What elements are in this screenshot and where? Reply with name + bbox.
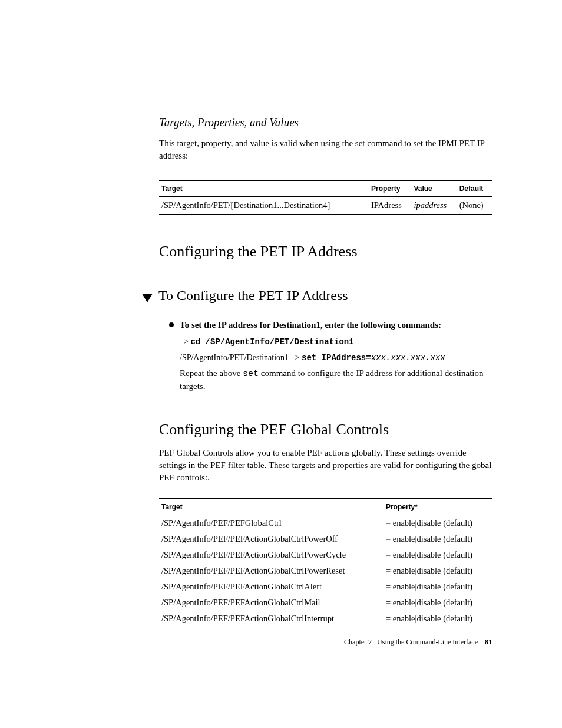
note-text: Repeat the above set command to configur… bbox=[180, 367, 492, 393]
table1-header-target: Target bbox=[159, 180, 369, 197]
target-property-value-table: Target Property Value Default /SP/AgentI… bbox=[159, 180, 492, 215]
heading-configuring-pet-ip: Configuring the PET IP Address bbox=[159, 243, 492, 261]
footer-title: Using the Command-Line Interface bbox=[377, 638, 478, 646]
table2-header-target: Target bbox=[159, 499, 384, 515]
bullet-text: To set the IP address for Destination1, … bbox=[180, 319, 441, 331]
table-row: /SP/AgentInfo/PEF/PEFGlobalCtrl= enable|… bbox=[159, 515, 492, 532]
table2-cell-property: = enable|disable (default) bbox=[384, 579, 492, 595]
table1-header-value: Value bbox=[411, 180, 457, 197]
table-row: /SP/AgentInfo/PEF/PEFActionGlobalCtrlAle… bbox=[159, 579, 492, 595]
table2-cell-property: = enable|disable (default) bbox=[384, 611, 492, 627]
bullet-icon bbox=[169, 322, 174, 327]
table1-header-default: Default bbox=[457, 180, 492, 197]
command-arg: xxx.xxx.xxx.xxx bbox=[371, 353, 445, 363]
table2-cell-property: = enable|disable (default) bbox=[384, 563, 492, 579]
table-row: /SP/AgentInfo/PEF/PEFActionGlobalCtrlPow… bbox=[159, 563, 492, 579]
table-row: /SP/AgentInfo/PEF/PEFActionGlobalCtrlPow… bbox=[159, 547, 492, 563]
table2-cell-property: = enable|disable (default) bbox=[384, 547, 492, 563]
pef-global-controls-table: Target Property* /SP/AgentInfo/PEF/PEFGl… bbox=[159, 498, 492, 627]
table-row: /SP/AgentInfo/PET/[Destination1...Destin… bbox=[159, 197, 492, 215]
table2-header-property: Property* bbox=[384, 499, 492, 515]
table1-cell-value: ipaddress bbox=[411, 197, 457, 215]
table2-cell-target: /SP/AgentInfo/PEF/PEFGlobalCtrl bbox=[159, 515, 384, 532]
table1-cell-target: /SP/AgentInfo/PET/[Destination1...Destin… bbox=[159, 197, 369, 215]
table-row: /SP/AgentInfo/PEF/PEFActionGlobalCtrlPow… bbox=[159, 531, 492, 547]
heading-configuring-pef-global: Configuring the PEF Global Controls bbox=[159, 421, 492, 439]
table2-cell-property: = enable|disable (default) bbox=[384, 531, 492, 547]
table2-cell-target: /SP/AgentInfo/PEF/PEFActionGlobalCtrlInt… bbox=[159, 611, 384, 627]
prompt: –> bbox=[180, 337, 190, 346]
command-path: /SP/AgentInfo/PET/Destination1 –> bbox=[180, 353, 302, 362]
command-text: cd /SP/AgentInfo/PET/Destination1 bbox=[190, 337, 353, 347]
note-mono: set bbox=[243, 369, 259, 379]
table-row: /SP/AgentInfo/PEF/PEFActionGlobalCtrlInt… bbox=[159, 611, 492, 627]
table1-cell-default: (None) bbox=[457, 197, 492, 215]
footer-page-number: 81 bbox=[485, 638, 492, 646]
table2-cell-target: /SP/AgentInfo/PEF/PEFActionGlobalCtrlPow… bbox=[159, 547, 384, 563]
table2-cell-property: = enable|disable (default) bbox=[384, 515, 492, 532]
table2-cell-target: /SP/AgentInfo/PEF/PEFActionGlobalCtrlMai… bbox=[159, 595, 384, 611]
footer-chapter: Chapter 7 bbox=[344, 638, 372, 646]
table2-cell-target: /SP/AgentInfo/PEF/PEFActionGlobalCtrlPow… bbox=[159, 531, 384, 547]
table2-cell-property: = enable|disable (default) bbox=[384, 595, 492, 611]
page-footer: Chapter 7 Using the Command-Line Interfa… bbox=[344, 638, 492, 647]
table1-header-property: Property bbox=[369, 180, 411, 197]
heading-to-configure-pet-ip: To Configure the PET IP Address bbox=[158, 288, 348, 304]
table-row: /SP/AgentInfo/PEF/PEFActionGlobalCtrlMai… bbox=[159, 595, 492, 611]
intro-text: This target, property, and value is vali… bbox=[159, 137, 492, 162]
command-line-1: –> cd /SP/AgentInfo/PET/Destination1 bbox=[180, 336, 492, 348]
command-text: set IPAddress= bbox=[302, 353, 371, 363]
table1-cell-property: IPAdress bbox=[369, 197, 411, 215]
command-line-2: /SP/AgentInfo/PET/Destination1 –> set IP… bbox=[180, 352, 492, 364]
pef-global-paragraph: PEF Global Controls allow you to enable … bbox=[159, 447, 492, 484]
table2-cell-target: /SP/AgentInfo/PEF/PEFActionGlobalCtrlPow… bbox=[159, 563, 384, 579]
triangle-down-icon bbox=[142, 294, 153, 302]
table2-cell-target: /SP/AgentInfo/PEF/PEFActionGlobalCtrlAle… bbox=[159, 579, 384, 595]
subheading: Targets, Properties, and Values bbox=[159, 116, 492, 129]
note-part-a: Repeat the above bbox=[180, 368, 243, 378]
